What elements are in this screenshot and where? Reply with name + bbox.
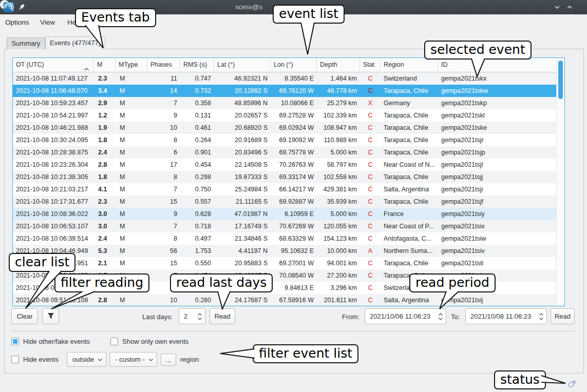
region-more-button[interactable]: ...: [161, 354, 176, 366]
cell-depth: 201.611 km: [317, 294, 360, 306]
callout-filter-event-list: filter event list: [253, 344, 358, 363]
cell-m: 2.3: [94, 195, 116, 208]
cell-phases: 9: [147, 208, 180, 220]
table-row[interactable]: 2021-10-08 10:21:03.2174.1M70.75025.2498…: [13, 183, 557, 195]
spin-arrows-icon[interactable]: [195, 313, 205, 320]
cell-depth: 5.000 km: [317, 208, 360, 220]
hide-events-checkbox[interactable]: [11, 356, 19, 363]
cell-id: gempa2021tsjf: [438, 195, 557, 208]
cell-id: gempa2021tskp: [438, 97, 557, 109]
cell-phases: 9: [147, 109, 180, 122]
cell-region: Salta, Argentina: [381, 294, 438, 306]
cell-m: 2.4: [94, 232, 116, 245]
show-only-own-events-checkbox[interactable]: [110, 338, 118, 345]
pin-icon[interactable]: [17, 3, 26, 11]
cell-phases: 7: [147, 220, 180, 232]
cell-m: 4.1: [94, 183, 116, 195]
spin-arrows-icon[interactable]: [536, 313, 546, 320]
show-only-own-events-label: Show only own events: [122, 338, 188, 345]
cell-region: Tarapaca, Chile: [381, 85, 438, 97]
tab-summary[interactable]: Summary: [7, 37, 45, 49]
table-row[interactable]: 2021-10-08 10:46:21.9881.9M100.46120.689…: [13, 122, 557, 134]
cell-rms: 0.732: [180, 85, 214, 97]
cell-depth: 102.339 km: [317, 109, 360, 122]
cell-rms: 0.497: [180, 232, 214, 245]
table-row[interactable]: 2021-10-08 10:21:38.3051.8M80.29819.6733…: [13, 171, 557, 183]
table-row[interactable]: 2021-10-08 10:06:53.1073.0M70.71817.1674…: [13, 220, 557, 232]
vertical-scrollbar[interactable]: [556, 58, 564, 306]
column-header-lon[interactable]: Lon (°): [271, 58, 317, 72]
column-header-region[interactable]: Region: [381, 58, 438, 72]
cell-mtype: M: [116, 245, 147, 257]
table-row[interactable]: 2021-10-08 10:08:36.0223.0M90.62847.0198…: [13, 208, 557, 220]
cell-stat: C: [360, 257, 381, 269]
cell-rms: 0.628: [180, 208, 214, 220]
column-header-rms[interactable]: RMS (s): [180, 58, 214, 72]
read-period-button[interactable]: Read: [551, 308, 575, 324]
callout-read-last-days: read last days: [170, 273, 273, 292]
table-row[interactable]: 2021-10-08 10:17:31.6772.3M150.55721.111…: [13, 195, 557, 208]
cell-mtype: M: [116, 97, 147, 109]
cell-rms: 0.358: [180, 97, 214, 109]
last-days-spinbox[interactable]: 2: [179, 308, 205, 324]
hide-other-fake-events-checkbox[interactable]: [11, 338, 19, 345]
table-row[interactable]: 2021-10-08 11:06:48.0703.4M140.73220.128…: [13, 85, 557, 97]
from-datetime-field[interactable]: 2021/10/06 11:06:23: [365, 308, 446, 324]
column-header-phases[interactable]: Phases: [147, 58, 180, 72]
cell-lon: 69.27001 W: [271, 257, 317, 269]
hide-events-label: Hide events: [23, 356, 59, 363]
cell-lat: 20.68920 S: [214, 122, 271, 134]
cell-stat: C: [360, 220, 381, 232]
cell-ot: 2021-10-08 10:54:21.997: [13, 109, 94, 122]
cell-stat: C: [360, 282, 381, 294]
cell-depth: 154.123 km: [317, 232, 360, 245]
callout-clear-list: clear list: [9, 253, 75, 272]
column-header-stat[interactable]: Stat: [360, 58, 381, 72]
connection-status-icon: [567, 378, 578, 389]
spin-arrows-icon[interactable]: [435, 313, 446, 320]
maximize-button[interactable]: [565, 3, 574, 12]
cell-mtype: M: [116, 109, 147, 122]
minimize-button[interactable]: [553, 3, 562, 12]
column-header-depth[interactable]: Depth: [317, 58, 360, 72]
cell-lon: 69.75778 W: [271, 146, 317, 159]
cell-ot: 2021-10-08 10:06:53.107: [13, 220, 94, 232]
table-row[interactable]: 2021-10-08 10:23:26.3042.8M170.45422.145…: [13, 159, 557, 171]
cell-lat: 20.02657 S: [214, 109, 271, 122]
scrollbar-thumb[interactable]: [558, 61, 563, 99]
table-row[interactable]: 2021-10-08 10:54:21.9971.2M90.13120.0265…: [13, 109, 557, 122]
table-row[interactable]: 2021-10-08 10:06:39.5142.4M80.49721.3484…: [13, 232, 557, 245]
window-title: scesv@s: [235, 3, 262, 11]
table-row[interactable]: 2021-10-08 10:04:46.9495.3M561.7534.4119…: [13, 245, 557, 257]
table-row[interactable]: 2021-10-08 10:03:43.9512.1M150.55020.958…: [13, 257, 557, 269]
region-preset-combobox[interactable]: - custom -: [109, 352, 157, 367]
cell-m: 1.9: [94, 122, 116, 134]
cell-stat: C: [360, 183, 381, 195]
cell-m: 5.3: [94, 245, 116, 257]
menu-options[interactable]: Options: [5, 18, 29, 26]
cell-mtype: M: [116, 208, 147, 220]
menu-view[interactable]: View: [40, 18, 55, 26]
table-row[interactable]: 2021-10-08 10:28:38.8752.4M60.90120.8349…: [13, 146, 557, 159]
cell-lat: 20.91689 S: [214, 134, 271, 146]
clear-button[interactable]: Clear: [11, 308, 38, 324]
cell-rms: 0.901: [180, 146, 214, 159]
column-header-ot[interactable]: OT (UTC): [13, 58, 94, 72]
table-row[interactable]: 2021-10-08 10:30:24.0951.8M80.26420.9168…: [13, 134, 557, 146]
cell-lat: 25.24984 S: [214, 183, 271, 195]
callout-status: status: [494, 370, 546, 389]
region-scope-combobox[interactable]: outside: [67, 352, 106, 367]
cell-depth: 1.464 km: [317, 72, 360, 85]
cell-phases: 7: [147, 183, 180, 195]
column-header-m[interactable]: M: [94, 58, 116, 72]
cell-lon: 8.35540 E: [271, 72, 317, 85]
to-datetime-field[interactable]: 2021/10/08 11:06:23: [465, 308, 547, 324]
cell-lat: 17.16749 S: [214, 220, 271, 232]
cell-stat: C: [360, 171, 381, 183]
column-header-lat[interactable]: Lat (°): [214, 58, 271, 72]
column-header-mtype[interactable]: MType: [116, 58, 147, 72]
column-header-id[interactable]: ID: [438, 58, 557, 72]
cell-phases: 15: [147, 257, 180, 269]
scesv-window: scesv@s ✕ Options View Help Summary Even…: [0, 0, 587, 392]
table-row[interactable]: 2021-10-08 10:59:23.4572.9M70.35848.8599…: [13, 97, 557, 109]
